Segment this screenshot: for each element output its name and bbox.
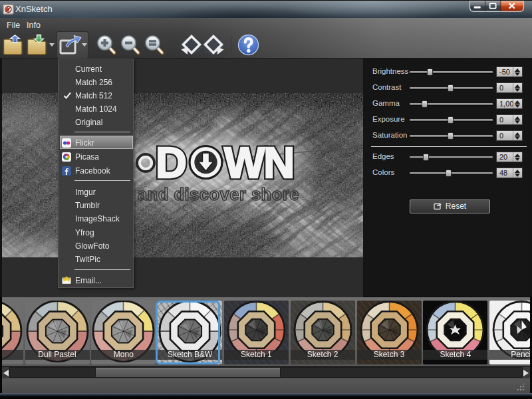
svg-text:and discover shore: and discover shore: [138, 185, 299, 203]
svg-text:D: D: [156, 138, 187, 187]
svg-text:WN: WN: [224, 138, 293, 187]
